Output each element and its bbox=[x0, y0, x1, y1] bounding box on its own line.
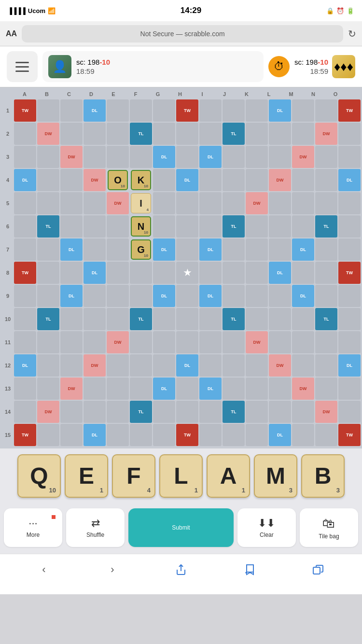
cell-9-12[interactable] bbox=[269, 285, 291, 307]
cell-1-6[interactable] bbox=[130, 99, 152, 122]
cell-7-9[interactable]: DL bbox=[199, 238, 222, 261]
cell-8-7[interactable] bbox=[153, 262, 175, 284]
cell-2-9[interactable] bbox=[199, 123, 222, 145]
cell-13-8[interactable] bbox=[176, 378, 198, 400]
cell-5-9[interactable] bbox=[199, 192, 222, 214]
cell-4-11[interactable] bbox=[246, 169, 268, 191]
cell-11-2[interactable] bbox=[37, 331, 59, 353]
cell-11-6[interactable] bbox=[130, 331, 152, 353]
cell-10-2[interactable]: TL bbox=[37, 308, 59, 330]
cell-8-9[interactable] bbox=[199, 262, 222, 284]
cell-5-11[interactable]: DW bbox=[246, 192, 268, 214]
cell-11-5[interactable]: DW bbox=[107, 331, 129, 353]
cell-6-10[interactable]: TL bbox=[223, 215, 245, 238]
more-button[interactable]: ··· More bbox=[4, 508, 62, 547]
cell-9-9[interactable]: DL bbox=[199, 285, 222, 307]
cell-5-1[interactable] bbox=[14, 192, 36, 214]
cell-7-14[interactable] bbox=[315, 238, 337, 261]
cell-9-4[interactable] bbox=[84, 285, 106, 307]
cell-6-4[interactable] bbox=[84, 215, 106, 238]
cell-14-6[interactable]: TL bbox=[130, 401, 152, 423]
cell-10-4[interactable] bbox=[84, 308, 106, 330]
cell-7-4[interactable] bbox=[84, 238, 106, 261]
cell-14-12[interactable] bbox=[269, 401, 291, 423]
cell-8-6[interactable] bbox=[130, 262, 152, 284]
rack-tile-F[interactable]: F4 bbox=[112, 454, 155, 498]
cell-11-15[interactable] bbox=[338, 331, 361, 353]
cell-7-6[interactable]: G10 bbox=[130, 238, 152, 261]
cell-14-1[interactable] bbox=[14, 401, 36, 423]
cell-8-5[interactable] bbox=[107, 262, 129, 284]
cell-13-13[interactable]: DW bbox=[292, 378, 314, 400]
cell-5-14[interactable] bbox=[315, 192, 337, 214]
cell-3-10[interactable] bbox=[223, 146, 245, 168]
cell-7-3[interactable]: DL bbox=[60, 238, 83, 261]
cell-3-6[interactable] bbox=[130, 146, 152, 168]
cell-8-11[interactable] bbox=[246, 262, 268, 284]
cell-1-13[interactable] bbox=[292, 99, 314, 122]
cell-10-13[interactable] bbox=[292, 308, 314, 330]
cell-13-3[interactable]: DW bbox=[60, 378, 83, 400]
cell-3-13[interactable]: DW bbox=[292, 146, 314, 168]
cell-13-15[interactable] bbox=[338, 378, 361, 400]
cell-14-13[interactable] bbox=[292, 401, 314, 423]
cell-9-2[interactable] bbox=[37, 285, 59, 307]
cell-5-13[interactable] bbox=[292, 192, 314, 214]
placed-tile-O[interactable]: O10 bbox=[108, 170, 128, 190]
cell-5-6[interactable]: I4 bbox=[130, 192, 152, 214]
cell-4-5[interactable]: O10 bbox=[107, 169, 129, 191]
cell-15-6[interactable] bbox=[130, 424, 152, 446]
cell-3-11[interactable] bbox=[246, 146, 268, 168]
cell-5-2[interactable] bbox=[37, 192, 59, 214]
cell-11-13[interactable] bbox=[292, 331, 314, 353]
cell-12-11[interactable] bbox=[246, 354, 268, 377]
cell-10-10[interactable]: TL bbox=[223, 308, 245, 330]
cell-13-1[interactable] bbox=[14, 378, 36, 400]
cell-8-14[interactable] bbox=[315, 262, 337, 284]
cell-9-15[interactable] bbox=[338, 285, 361, 307]
rack-tile-A[interactable]: A1 bbox=[207, 454, 250, 498]
cell-15-1[interactable]: TW bbox=[14, 424, 36, 446]
cell-5-5[interactable]: DW bbox=[107, 192, 129, 214]
bookmarks-button[interactable] bbox=[237, 559, 262, 580]
cell-1-4[interactable]: DL bbox=[84, 99, 106, 122]
cell-1-8[interactable]: TW bbox=[176, 99, 198, 122]
cell-7-15[interactable] bbox=[338, 238, 361, 261]
cell-8-8[interactable]: ★ bbox=[176, 262, 198, 284]
cell-15-5[interactable] bbox=[107, 424, 129, 446]
cell-4-15[interactable]: DL bbox=[338, 169, 361, 191]
cell-6-7[interactable] bbox=[153, 215, 175, 238]
cell-12-4[interactable]: DW bbox=[84, 354, 106, 377]
cell-4-10[interactable] bbox=[223, 169, 245, 191]
shuffle-button[interactable]: ⇄ Shuffle bbox=[66, 508, 125, 547]
cell-1-5[interactable] bbox=[107, 99, 129, 122]
cell-13-12[interactable] bbox=[269, 378, 291, 400]
cell-6-5[interactable] bbox=[107, 215, 129, 238]
cell-8-10[interactable] bbox=[223, 262, 245, 284]
cell-12-7[interactable] bbox=[153, 354, 175, 377]
cell-6-8[interactable] bbox=[176, 215, 198, 238]
cell-8-2[interactable] bbox=[37, 262, 59, 284]
cell-15-7[interactable] bbox=[153, 424, 175, 446]
cell-11-8[interactable] bbox=[176, 331, 198, 353]
cell-3-9[interactable]: DL bbox=[199, 146, 222, 168]
cell-8-15[interactable]: TW bbox=[338, 262, 361, 284]
cell-11-10[interactable] bbox=[223, 331, 245, 353]
cell-9-10[interactable] bbox=[223, 285, 245, 307]
cell-5-3[interactable] bbox=[60, 192, 83, 214]
cell-15-15[interactable]: TW bbox=[338, 424, 361, 446]
cell-2-10[interactable]: TL bbox=[223, 123, 245, 145]
rack-tile-Q[interactable]: Q10 bbox=[17, 454, 61, 498]
cell-12-1[interactable]: DL bbox=[14, 354, 36, 377]
cell-9-13[interactable]: DL bbox=[292, 285, 314, 307]
cell-2-2[interactable]: DW bbox=[37, 123, 59, 145]
cell-11-14[interactable] bbox=[315, 331, 337, 353]
cell-1-15[interactable]: TW bbox=[338, 99, 361, 122]
cell-7-8[interactable] bbox=[176, 238, 198, 261]
cell-14-9[interactable] bbox=[199, 401, 222, 423]
cell-15-12[interactable]: DL bbox=[269, 424, 291, 446]
cell-9-8[interactable] bbox=[176, 285, 198, 307]
cell-13-2[interactable] bbox=[37, 378, 59, 400]
cell-3-3[interactable]: DW bbox=[60, 146, 83, 168]
cell-6-2[interactable]: TL bbox=[37, 215, 59, 238]
